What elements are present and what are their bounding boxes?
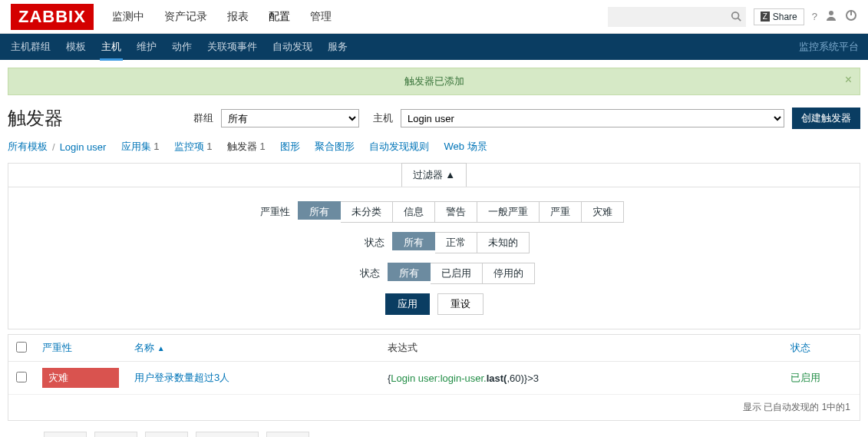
bottom-actions: 0 选择 启用 禁用 复制 批量更新 删除 (8, 432, 860, 437)
col-name[interactable]: 名称 ▲ (127, 335, 380, 362)
row-checkbox[interactable] (16, 372, 27, 382)
subnav-hosts[interactable]: 主机 (100, 34, 123, 61)
delete-button[interactable]: 删除 (266, 432, 309, 437)
subnav-templates[interactable]: 模板 (64, 34, 87, 61)
alert-message: 触发器已添加 (404, 75, 464, 87)
bc-screens[interactable]: 聚合图形 (315, 140, 355, 154)
severity-badge: 灾难 (42, 368, 119, 388)
disable-button[interactable]: 禁用 (94, 432, 137, 437)
status-enabled[interactable]: 已启用 (431, 263, 483, 284)
topnav-monitoring[interactable]: 监测中 (109, 2, 147, 31)
bc-discovery-rules[interactable]: 自动发现规则 (369, 140, 429, 154)
host-select[interactable]: Login user (401, 109, 784, 127)
svg-line-1 (738, 18, 741, 21)
state-group: 所有 正常 未知的 (392, 232, 530, 253)
bc-items[interactable]: 监控项 1 (174, 140, 213, 154)
severity-group: 所有 未分类 信息 警告 一般严重 严重 灾难 (298, 201, 624, 223)
status-disabled[interactable]: 停用的 (483, 263, 535, 284)
group-select[interactable]: 所有 (221, 109, 359, 127)
enable-button[interactable]: 启用 (44, 432, 87, 437)
power-icon[interactable] (845, 9, 857, 24)
breadcrumb: 所有模板 / Login user 应用集 1 监控项 1 触发器 1 图形 聚… (8, 140, 860, 154)
user-icon[interactable] (825, 9, 837, 24)
help-icon[interactable]: ? (812, 11, 817, 22)
header-row: 触发器 群组 所有 主机 Login user 创建触发器 (8, 106, 860, 131)
bc-triggers[interactable]: 触发器 1 (227, 140, 266, 154)
subbar-platform-label: 监控系统平台 (799, 40, 859, 54)
sev-high[interactable]: 严重 (540, 201, 582, 223)
expression-cell: {Login user:login-user.last(,60)}>3 (380, 362, 783, 395)
top-nav: 监测中 资产记录 报表 配置 管理 (109, 2, 335, 31)
state-all[interactable]: 所有 (392, 232, 435, 250)
sev-notclassified[interactable]: 未分类 (341, 201, 393, 223)
topnav-administration[interactable]: 管理 (307, 2, 335, 31)
filter-tab-row: 过滤器 ▲ (8, 164, 860, 187)
col-status[interactable]: 状态 (783, 335, 860, 362)
bc-web[interactable]: Web 场景 (444, 140, 487, 154)
top-bar-right: Z Share ? (608, 7, 868, 27)
table-footer: 显示 已自动发现的 1中的1 (8, 395, 860, 420)
subnav-hostgroups[interactable]: 主机群组 (9, 34, 52, 61)
subnav-services[interactable]: 服务 (326, 34, 349, 61)
massupdate-button[interactable]: 批量更新 (196, 432, 259, 437)
search-icon[interactable] (731, 11, 741, 24)
search-input[interactable] (608, 7, 746, 27)
reset-button[interactable]: 重设 (437, 293, 484, 315)
status-group: 所有 已启用 停用的 (388, 263, 535, 284)
filter-row-severity: 严重性 所有 未分类 信息 警告 一般严重 严重 灾难 (244, 201, 624, 223)
triggers-table-wrap: 严重性 名称 ▲ 表达式 状态 灾难 用户登录数量超过3人 {Login use… (8, 334, 860, 421)
subnav-maintenance[interactable]: 维护 (135, 34, 158, 61)
state-normal[interactable]: 正常 (435, 232, 477, 253)
col-expression: 表达式 (380, 335, 783, 362)
triggers-table: 严重性 名称 ▲ 表达式 状态 灾难 用户登录数量超过3人 {Login use… (8, 335, 860, 395)
topnav-configuration[interactable]: 配置 (266, 2, 293, 31)
filter-actions: 应用 重设 (385, 293, 484, 315)
check-all[interactable] (16, 342, 27, 353)
subnav-actions[interactable]: 动作 (170, 34, 193, 61)
group-label: 群组 (193, 111, 213, 125)
share-label: Share (773, 12, 797, 22)
bc-all-templates[interactable]: 所有模板 (8, 140, 48, 154)
sev-average[interactable]: 一般严重 (477, 201, 540, 223)
filter-toggle-tab[interactable]: 过滤器 ▲ (401, 163, 467, 187)
topnav-reports[interactable]: 报表 (224, 2, 252, 31)
apply-button[interactable]: 应用 (385, 293, 430, 315)
subnav-correlation[interactable]: 关联项事件 (206, 34, 259, 61)
zabbix-badge-icon: Z (761, 12, 770, 22)
content: 触发器已添加 × 触发器 群组 所有 主机 Login user 创建触发器 所… (0, 60, 868, 437)
close-icon[interactable]: × (845, 73, 852, 87)
sort-asc-icon: ▲ (157, 344, 165, 353)
bc-sep: / (52, 141, 55, 153)
sev-disaster[interactable]: 灾难 (582, 201, 624, 223)
col-severity[interactable]: 严重性 (35, 335, 127, 362)
search-box (608, 7, 746, 27)
svg-point-2 (829, 11, 833, 15)
logo[interactable]: ZABBIX (11, 4, 94, 30)
status-all[interactable]: 所有 (388, 263, 431, 281)
sub-nav: 主机群组 模板 主机 维护 动作 关联项事件 自动发现 服务 (9, 34, 349, 61)
subnav-discovery[interactable]: 自动发现 (271, 34, 314, 61)
svg-point-0 (731, 12, 738, 18)
copy-button[interactable]: 复制 (145, 432, 188, 437)
state-unknown[interactable]: 未知的 (477, 232, 530, 253)
create-trigger-button[interactable]: 创建触发器 (792, 108, 860, 129)
trigger-name-link[interactable]: 用户登录数量超过3人 (134, 372, 229, 383)
bc-host[interactable]: Login user (60, 141, 107, 153)
host-label: 主机 (373, 111, 393, 125)
filter-body: 严重性 所有 未分类 信息 警告 一般严重 严重 灾难 状态 所有 正常 未知的 (8, 187, 860, 329)
expression-host-link[interactable]: Login user:login-user. (391, 372, 486, 384)
share-button[interactable]: Z Share (754, 8, 804, 25)
filter-row-status: 状态 所有 已启用 停用的 (334, 263, 535, 284)
filter-label-state: 状态 (338, 236, 384, 250)
alert-success: 触发器已添加 × (8, 68, 860, 95)
sub-bar: 主机群组 模板 主机 维护 动作 关联项事件 自动发现 服务 监控系统平台 (0, 34, 868, 60)
status-enabled-link[interactable]: 已启用 (790, 372, 820, 383)
filter-label-severity: 严重性 (244, 205, 290, 219)
topnav-inventory[interactable]: 资产记录 (161, 2, 210, 31)
bc-applications[interactable]: 应用集 1 (121, 140, 160, 154)
sev-info[interactable]: 信息 (393, 201, 435, 223)
bc-graphs[interactable]: 图形 (280, 140, 300, 154)
top-bar: ZABBIX 监测中 资产记录 报表 配置 管理 Z Share ? (0, 0, 868, 34)
sev-warning[interactable]: 警告 (435, 201, 477, 223)
sev-all[interactable]: 所有 (298, 201, 341, 220)
